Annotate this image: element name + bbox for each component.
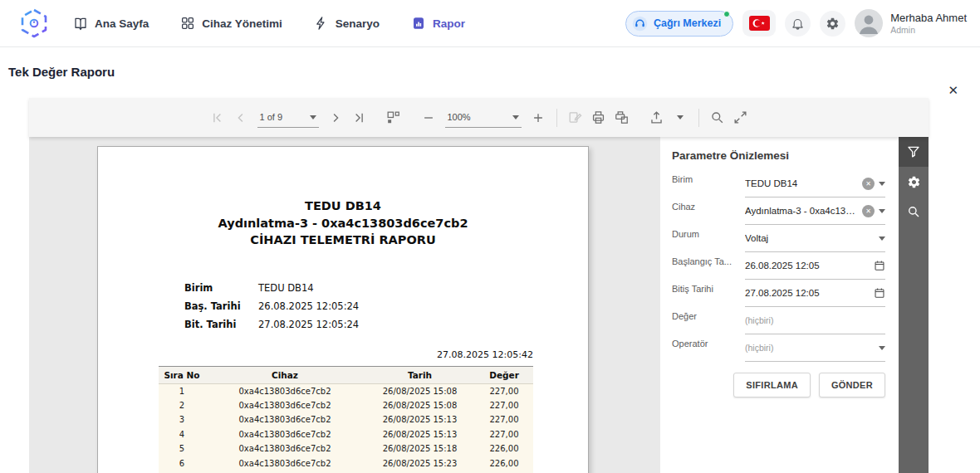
cihaz-select[interactable]: Aydınlatma-3 - 0xa4c138... ✕ (745, 197, 885, 225)
birim-select[interactable]: TEDU DB14 ✕ (745, 170, 885, 197)
avatar (855, 9, 883, 37)
nav-item-scenario[interactable]: Senaryo (314, 16, 380, 31)
chevron-down-icon (879, 182, 885, 186)
report-data-table: Sıra No Cihaz Tarih Değer 10xa4c13803d6c… (159, 366, 533, 473)
print-button[interactable] (588, 107, 610, 129)
search-icon (709, 110, 725, 125)
clear-icon[interactable]: ✕ (862, 205, 875, 217)
page-indicator-dropdown[interactable]: 1 of 9 (257, 108, 319, 128)
next-page-button[interactable] (325, 107, 346, 129)
search-icon (906, 204, 921, 219)
field-operator: Operatör (hiçbiri) (672, 334, 885, 362)
field-placeholder: (hiçbiri) (745, 315, 885, 325)
durum-select[interactable]: Voltaj (745, 225, 885, 252)
turkish-flag-icon (749, 16, 770, 31)
zoom-level-dropdown[interactable]: 100% (445, 108, 522, 128)
document-area: TEDU DB14 Aydınlatma-3 - 0xa4c13803d6ce7… (29, 137, 660, 473)
field-value: 27.08.2025 12:05 (745, 288, 870, 298)
report-generated-timestamp: 27.08.2025 12:05:42 (159, 349, 533, 360)
nav-item-report[interactable]: Rapor (411, 16, 465, 31)
calendar-icon[interactable] (874, 287, 885, 299)
call-center-button[interactable]: Çağrı Merkezi (625, 11, 733, 37)
user-role: Admin (890, 25, 967, 35)
grid-icon (180, 16, 195, 31)
bell-icon (791, 17, 805, 31)
operator-select[interactable]: (hiçbiri) (745, 334, 885, 362)
page-indicator-value: 1 of 9 (260, 112, 283, 122)
table-row: 20xa4c13803d6ce7cb226/08/2025 15:08227,0… (159, 398, 533, 413)
chevron-right-icon (328, 110, 343, 125)
info-value: 27.08.2025 12:05:24 (258, 315, 359, 334)
col-header-deger: Değer (475, 366, 533, 383)
last-page-icon (351, 110, 366, 125)
search-tab[interactable] (899, 197, 929, 227)
fullscreen-icon (733, 110, 748, 125)
viewer-body: TEDU DB14 Aydınlatma-3 - 0xa4c13803d6ce7… (29, 137, 929, 473)
filter-tab[interactable] (899, 137, 929, 167)
zoom-out-button[interactable] (418, 107, 439, 129)
parameters-panel-title: Parametre Önizlemesi (672, 149, 885, 162)
notifications-button[interactable] (785, 11, 811, 37)
info-value: 26.08.2025 12:05:24 (258, 297, 359, 315)
viewer-toolbar: 1 of 9 (29, 98, 929, 137)
last-page-button[interactable] (348, 107, 370, 129)
calendar-icon[interactable] (874, 260, 885, 271)
lightning-icon (314, 16, 329, 31)
gear-icon (826, 17, 840, 31)
info-label: Baş. Tarihi (184, 297, 258, 315)
settings-button[interactable] (820, 11, 845, 37)
first-page-button[interactable] (207, 107, 228, 129)
nav-label: Senaryo (336, 17, 380, 30)
report-info-row: Baş. Tarihi 26.08.2025 12:05:24 (184, 297, 588, 315)
toolbar-separator (556, 109, 557, 127)
filter-icon (906, 144, 921, 159)
export-options-button[interactable] (669, 107, 691, 129)
reset-button[interactable]: SIFIRLAMA (733, 373, 811, 397)
panel-actions: SIFIRLAMA GÖNDER (672, 373, 885, 397)
call-center-label: Çağrı Merkezi (654, 17, 721, 29)
field-durum: Durum Voltaj (672, 225, 885, 252)
settings-tab[interactable] (899, 167, 929, 197)
hexagon-logo-icon (18, 7, 50, 39)
nav-item-home[interactable]: Ana Sayfa (73, 16, 149, 31)
table-row: 30xa4c13803d6ce7cb226/08/2025 15:13227,0… (159, 412, 533, 427)
field-deger: Değer (hiçbiri) (672, 307, 885, 334)
edit-report-button[interactable] (565, 107, 586, 129)
close-icon[interactable]: ✕ (948, 84, 958, 96)
table-row: 10xa4c13803d6ce7cb226/08/2025 15:08227,0… (159, 383, 533, 398)
field-label: Bitiş Tarihi (672, 280, 745, 307)
user-text: Merhaba Ahmet Admin (890, 12, 967, 35)
user-menu[interactable]: Merhaba Ahmet Admin (855, 9, 967, 37)
language-flag-button[interactable] (742, 10, 776, 37)
user-greeting: Merhaba Ahmet (890, 12, 967, 24)
app-logo[interactable] (18, 7, 50, 39)
deger-input[interactable]: (hiçbiri) (745, 307, 885, 334)
field-label: Durum (672, 225, 745, 252)
report-info-row: Bit. Tarihi 27.08.2025 12:05:24 (184, 315, 588, 334)
map-book-icon (73, 16, 88, 31)
field-cihaz: Cihaz Aydınlatma-3 - 0xa4c138... ✕ (672, 197, 885, 225)
field-label: Birim (672, 170, 745, 197)
print-page-button[interactable] (611, 107, 633, 129)
end-date-input[interactable]: 27.08.2025 12:05 (745, 280, 885, 307)
chevron-down-icon (512, 115, 519, 119)
field-value: Voltaj (745, 233, 875, 243)
field-birim: Birim TEDU DB14 ✕ (672, 170, 885, 197)
fullscreen-button[interactable] (730, 107, 752, 129)
report-page: TEDU DB14 Aydınlatma-3 - 0xa4c13803d6ce7… (97, 146, 589, 473)
submit-button[interactable]: GÖNDER (819, 373, 885, 397)
field-label: Değer (672, 307, 745, 334)
prev-page-button[interactable] (230, 107, 252, 129)
nav-item-device-management[interactable]: Cihaz Yönetimi (180, 16, 282, 31)
report-title-block: TEDU DB14 Aydınlatma-3 - 0xa4c13803d6ce7… (98, 197, 588, 249)
viewer-side-strip (899, 137, 929, 473)
zoom-in-button[interactable] (527, 107, 549, 129)
clear-icon[interactable]: ✕ (862, 178, 875, 190)
multipage-view-button[interactable] (383, 107, 404, 129)
main-nav: Ana Sayfa Cihaz Yönetimi Senaryo (73, 16, 465, 31)
search-button[interactable] (707, 107, 728, 129)
parameters-panel: Parametre Önizlemesi Birim TEDU DB14 ✕ C… (660, 137, 899, 473)
export-button[interactable] (646, 107, 668, 129)
start-date-input[interactable]: 26.08.2025 12:05 (745, 252, 885, 280)
field-value: 26.08.2025 12:05 (745, 261, 870, 271)
